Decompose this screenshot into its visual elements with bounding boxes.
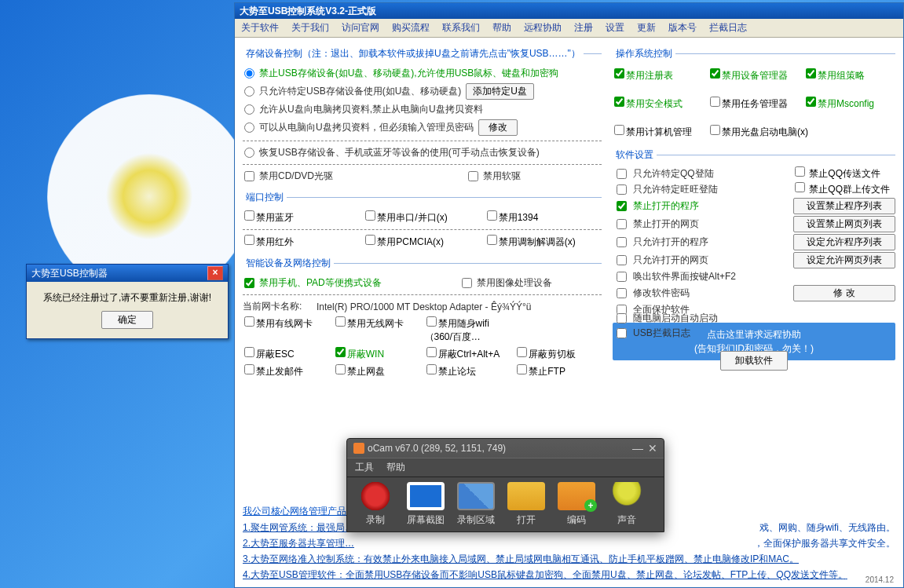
menu-purchase[interactable]: 购买流程 [389,20,433,35]
nic-label: 当前网卡名称: [243,300,302,313]
chk-gpedit[interactable] [806,68,816,79]
menu-settings[interactable]: 设置 [602,20,628,35]
radio-allow-specific[interactable] [244,86,254,97]
chk-compmgmt[interactable] [614,125,624,135]
change-pwd-button[interactable]: 修 改 [793,285,895,301]
chk-serial[interactable] [365,210,375,221]
ocam-title: oCam v67.0 (289, 52, 1151, 749) [368,443,506,454]
chk-mobile[interactable] [244,278,254,288]
chk-safemode[interactable] [614,97,624,107]
chk-allow-web[interactable] [617,255,627,265]
port-section: 端口控制 禁用蓝牙 禁用串口/并口(x) 禁用1394 禁用红外 禁用PCMCI… [243,191,602,254]
menu-contact[interactable]: 联系我们 [439,20,483,35]
ocam-area-button[interactable]: 录制区域 [451,480,501,528]
chk-wired-nic[interactable] [244,316,254,327]
chk-ctrlalta[interactable] [426,347,437,357]
menu-about-software[interactable]: 关于软件 [238,20,282,35]
os-title: 操作系统控制 [613,47,675,60]
radio-pc-to-usb-pwd-label: 可以从电脑向U盘拷贝资料，但必须输入管理员密码 [259,121,474,134]
chk-cddvd[interactable] [244,171,254,181]
dialog-ok-button[interactable]: 确定 [101,311,153,329]
register-dialog: 大势至USB控制器× 系统已经注册过了,请不要重新注册,谢谢! 确定 [26,264,229,339]
storage-title: 存储设备控制（注：退出、卸载本软件或拔掉U盘之前请先点击"恢复USB……"） [243,47,584,60]
chk-win[interactable] [335,347,346,357]
watermark: 吾爱破解论坛 www.52pojie.cn [834,561,899,585]
chk-ftp[interactable] [517,364,527,374]
add-specific-usb-button[interactable]: 添加特定U盘 [466,83,534,100]
chk-bluetooth[interactable] [244,210,254,221]
dialog-title: 大势至USB控制器 [31,267,108,280]
ocam-open-button[interactable]: 打开 [501,480,551,528]
radio-disable-usb-label: 禁止USB存储设备(如U盘、移动硬盘),允许使用USB鼠标、键盘和加密狗 [259,67,558,80]
menu-log[interactable]: 拦截日志 [706,20,750,35]
chk-modem[interactable] [487,235,497,245]
area-icon [457,482,495,510]
chk-registry[interactable] [614,68,624,79]
chk-ban-prog[interactable] [617,201,627,211]
radio-pc-to-usb-pwd[interactable] [244,122,254,133]
chk-cdboot[interactable] [710,125,720,135]
modify-pwd-button[interactable]: 修改 [478,119,518,136]
radio-allow-specific-label: 只允许特定USB存储设备使用(如U盘、移动硬盘) [259,85,461,98]
chk-floppy[interactable] [468,171,478,181]
ocam-min-icon[interactable]: — [632,442,643,455]
chk-infrared[interactable] [244,235,254,245]
link-2[interactable]: 2.大势至服务器共享管理…，全面保护服务器共享文件安全。 [243,537,895,550]
port-title: 端口控制 [243,191,287,204]
chk-forum[interactable] [426,364,437,374]
chk-wireless-nic[interactable] [335,316,346,327]
link-4[interactable]: 4.大势至USB管理软件：全面禁用USB存储设备而不影响USB鼠标键盘加密狗、全… [243,568,895,582]
set-allow-prog-button[interactable]: 设定允许程序列表 [793,234,895,250]
chk-ww-allow[interactable] [617,184,627,195]
chk-clipboard[interactable] [517,347,527,357]
chk-hotkey[interactable] [617,272,627,282]
ocam-menu-tools[interactable]: 工具 [355,461,374,474]
chk-usb-log[interactable] [617,328,627,338]
ocam-icon [353,443,364,454]
menu-website[interactable]: 访问官网 [339,20,382,35]
chk-email[interactable] [244,364,254,374]
chk-image-dev[interactable] [462,278,472,288]
ocam-close-icon[interactable]: ✕ [648,442,657,455]
uninstall-button[interactable]: 卸载软件 [720,351,788,371]
chk-allow-prog[interactable] [617,237,627,247]
menu-help[interactable]: 帮助 [489,20,514,35]
chk-taskmgr[interactable] [710,97,720,107]
chk-autostart[interactable] [617,313,627,323]
chk-qq-allow[interactable] [617,169,627,179]
menu-remote[interactable]: 远程协助 [521,20,565,35]
chk-pcmcia[interactable] [365,235,375,245]
menubar: 关于软件 关于我们 访问官网 购买流程 联系我们 帮助 远程协助 注册 设置 更… [235,19,903,38]
ocam-record-button[interactable]: 录制 [350,480,401,528]
set-allow-web-button[interactable]: 设定允许网页列表 [793,252,895,268]
chk-1394[interactable] [487,210,497,221]
chk-qqgroup-file[interactable] [795,182,805,192]
set-ban-prog-button[interactable]: 设置禁止程序列表 [793,198,895,214]
chk-esc[interactable] [244,347,254,357]
radio-usb-to-pc[interactable] [244,104,254,115]
chk-netdisk[interactable] [335,364,346,374]
chk-msconfig[interactable] [806,97,816,107]
ocam-encode-button[interactable]: 编码 [551,480,602,528]
menu-update[interactable]: 更新 [634,20,659,35]
record-icon [357,482,394,510]
ocam-menu-help[interactable]: 帮助 [386,461,405,474]
ocam-screenshot-button[interactable]: 屏幕截图 [401,480,451,528]
set-ban-web-button[interactable]: 设置禁止网页列表 [793,216,895,232]
ocam-sound-button[interactable]: 声音 [602,480,652,528]
menu-register[interactable]: 注册 [571,20,596,35]
chk-pocket-wifi[interactable] [426,316,437,327]
radio-disable-usb[interactable] [244,68,254,79]
chk-devmgr[interactable] [710,68,720,79]
chk-cddvd-label: 禁用CD/DVD光驱 [259,170,333,183]
chk-change-pwd[interactable] [617,288,627,298]
dialog-close-icon[interactable]: × [207,266,223,280]
menu-version[interactable]: 版本号 [665,20,700,35]
menu-about-us[interactable]: 关于我们 [288,20,332,35]
chk-qq-file[interactable] [795,166,805,177]
radio-restore-usb[interactable] [244,148,254,158]
window-title: 大势至USB控制系统V3.2-正式版 [235,3,903,19]
link-3[interactable]: 3.大势至网络准入控制系统：有效禁止外来电脑接入局域网、禁止局域网电脑相互通讯、… [243,553,895,566]
screenshot-icon [407,482,445,510]
chk-ban-web[interactable] [617,219,627,229]
